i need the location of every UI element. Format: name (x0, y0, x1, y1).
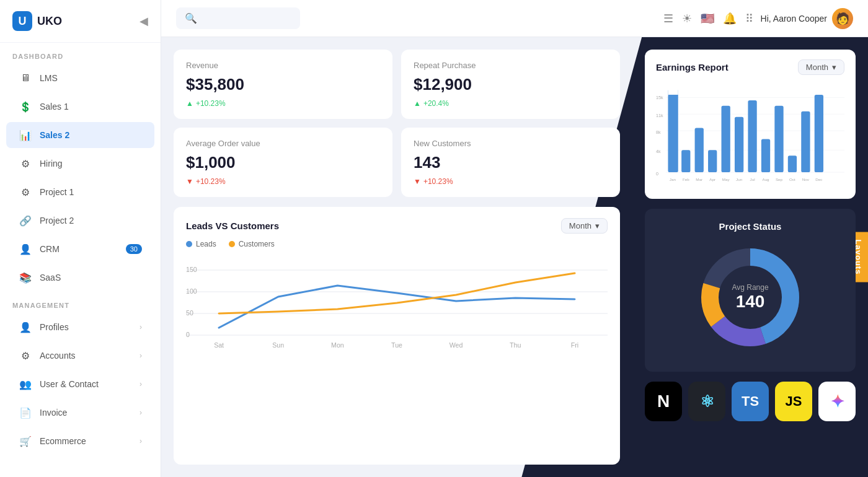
svg-text:Fri: Fri (571, 342, 578, 349)
lms-icon: 🖥 (19, 71, 32, 85)
sales2-icon: 📊 (19, 128, 32, 142)
search-icon: 🔍 (185, 12, 197, 24)
stat-card-new-customers: New Customers 143 ▼ +10.23% (401, 128, 620, 197)
crm-icon: 👤 (19, 242, 32, 256)
svg-text:Jul: Jul (750, 177, 755, 182)
sidebar-item-accounts[interactable]: ⚙ Accounts › (6, 343, 154, 369)
chevron-icon: › (140, 408, 142, 417)
sidebar-item-sales2[interactable]: 📊 Sales 2 (6, 122, 154, 148)
filter-chevron-icon: ▾ (832, 63, 836, 72)
sidebar-item-project1[interactable]: ⚙ Project 1 (6, 179, 154, 205)
sidebar-item-project2[interactable]: 🔗 Project 2 (6, 208, 154, 234)
content-area: Revenue $35,800 ▲ +10.23% Repeat Purchas… (161, 37, 868, 477)
filter-chevron-icon: ▾ (595, 221, 600, 230)
right-content: Earnings Report Month ▾ 0 4k 8k 11k 15k (632, 37, 868, 477)
legend-leads: Leads (186, 240, 216, 248)
sidebar-item-label: Sales 1 (40, 102, 69, 112)
chevron-icon: › (140, 323, 142, 331)
chevron-icon: › (140, 351, 142, 360)
svg-text:Thu: Thu (510, 342, 521, 349)
tech-icon-figma[interactable]: ✦ (818, 382, 856, 421)
sidebar-logo: U UKO ◀ (0, 0, 161, 43)
sun-icon[interactable]: ☀ (682, 12, 692, 25)
svg-text:0: 0 (186, 331, 190, 338)
tech-icon-nextjs[interactable]: N (645, 382, 682, 421)
avg-value: 140 (732, 292, 768, 312)
sidebar-item-hiring[interactable]: ⚙ Hiring (6, 151, 154, 177)
flag-icon[interactable]: 🇺🇸 (701, 12, 714, 25)
menu-icon[interactable]: ☰ (663, 12, 673, 25)
up-arrow-icon: ▲ (186, 99, 193, 108)
sidebar-item-profiles[interactable]: 👤 Profiles › (6, 314, 154, 340)
svg-rect-26 (668, 95, 677, 172)
earnings-card: Earnings Report Month ▾ 0 4k 8k 11k 15k (645, 50, 856, 199)
bell-icon[interactable]: 🔔 (723, 12, 737, 25)
svg-rect-37 (815, 95, 823, 172)
collapse-button[interactable]: ◀ (140, 14, 148, 28)
left-content: Revenue $35,800 ▲ +10.23% Repeat Purchas… (161, 37, 632, 477)
chevron-icon: › (140, 380, 142, 388)
leads-line-chart: 0 50 100 150 Sat Sun Mon Tue Wed Thu Fri (186, 255, 608, 354)
header: 🔍 ☰ ☀ 🇺🇸 🔔 ⠿ Hi, Aaron Cooper 🧑 (161, 0, 868, 37)
sidebar-item-label: Profiles (40, 322, 69, 332)
project-status-card: Project Status A (645, 209, 856, 372)
user-info: Hi, Aaron Cooper 🧑 (761, 8, 853, 29)
svg-text:Wed: Wed (450, 342, 463, 349)
svg-text:8k: 8k (656, 130, 661, 135)
svg-text:Aug: Aug (762, 177, 769, 182)
svg-text:Mar: Mar (696, 177, 702, 182)
svg-text:Feb: Feb (683, 177, 689, 182)
search-box[interactable]: 🔍 (176, 7, 300, 29)
svg-rect-35 (788, 155, 797, 172)
svg-text:Nov: Nov (802, 177, 810, 182)
earnings-filter[interactable]: Month ▾ (798, 59, 844, 75)
project2-icon: 🔗 (19, 214, 32, 227)
user-avatar: 🧑 (832, 8, 853, 29)
ecommerce-icon: 🛒 (19, 434, 32, 448)
svg-text:Sep: Sep (776, 177, 783, 182)
sidebar-item-sales1[interactable]: 💲 Sales 1 (6, 94, 154, 120)
sidebar-item-label: Project 1 (40, 187, 74, 197)
stat-card-revenue: Revenue $35,800 ▲ +10.23% (174, 50, 392, 119)
saas-icon: 📚 (19, 271, 32, 284)
sidebar-item-saas[interactable]: 📚 SaaS (6, 265, 154, 291)
grid-icon[interactable]: ⠿ (745, 12, 753, 25)
svg-rect-30 (722, 106, 730, 172)
svg-text:Jan: Jan (670, 177, 676, 182)
svg-text:0: 0 (656, 172, 658, 177)
leads-chart-filter[interactable]: Month ▾ (561, 218, 608, 234)
sidebar-item-label: Project 2 (40, 216, 74, 225)
chart-legend: Leads Customers (186, 240, 608, 248)
new-customers-change: ▼ +10.23% (414, 177, 608, 186)
hiring-icon: ⚙ (19, 157, 32, 170)
accounts-icon: ⚙ (19, 349, 32, 362)
sidebar-item-lms[interactable]: 🖥 LMS (6, 65, 154, 91)
main-area: 🔍 ☰ ☀ 🇺🇸 🔔 ⠿ Hi, Aaron Cooper 🧑 Revenue (161, 0, 868, 477)
chevron-icon: › (140, 437, 142, 445)
revenue-label: Revenue (186, 61, 380, 70)
leads-chart-title: Leads VS Customers (186, 221, 279, 231)
tech-icon-javascript[interactable]: JS (775, 382, 812, 421)
tech-icon-react[interactable]: ⚛ (688, 382, 725, 421)
sidebar-item-user-contact[interactable]: 👥 User & Contact › (6, 371, 154, 397)
svg-rect-27 (681, 150, 690, 172)
avg-order-label: Average Order value (186, 139, 380, 148)
sidebar: U UKO ◀ DASHBOARD 🖥 LMS 💲 Sales 1 📊 Sale… (0, 0, 161, 477)
user-name: Hi, Aaron Cooper (761, 14, 827, 24)
avg-order-change: ▼ +10.23% (186, 177, 380, 186)
repeat-purchase-value: $12,900 (414, 75, 608, 94)
logo-text: UKO (37, 15, 62, 28)
svg-text:May: May (722, 177, 730, 182)
svg-rect-36 (801, 112, 810, 172)
new-customers-value: 143 (414, 153, 608, 172)
sidebar-item-label: Hiring (40, 159, 63, 168)
svg-text:Apr: Apr (709, 177, 715, 182)
sidebar-item-crm[interactable]: 👤 CRM 30 (6, 236, 154, 262)
stat-card-repeat-purchase: Repeat Purchase $12,900 ▲ +20.4% (401, 50, 620, 119)
sidebar-item-invoice[interactable]: 📄 Invoice › (6, 400, 154, 426)
sidebar-item-label: LMS (40, 73, 58, 83)
leads-chart-header: Leads VS Customers Month ▾ (186, 218, 608, 234)
tech-icon-typescript[interactable]: TS (732, 382, 769, 421)
sidebar-item-ecommerce[interactable]: 🛒 Ecommerce › (6, 428, 154, 454)
revenue-change: ▲ +10.23% (186, 99, 380, 108)
